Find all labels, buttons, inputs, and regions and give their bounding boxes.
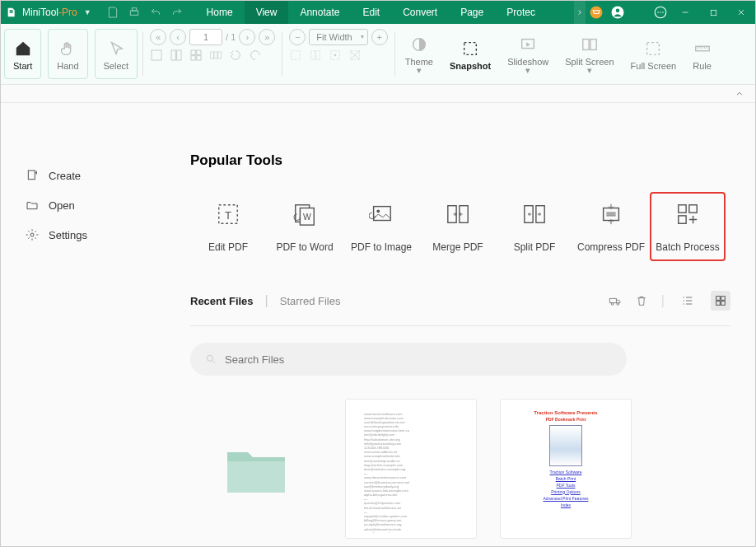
zoom-out-button[interactable]: − bbox=[289, 29, 306, 45]
fit-select[interactable]: Fit Width bbox=[309, 29, 367, 45]
ribbon-start[interactable]: Start bbox=[4, 29, 41, 79]
first-page-button[interactable]: « bbox=[150, 29, 166, 45]
app-logo: MiniTool-Pro ▼ bbox=[1, 6, 100, 19]
svg-point-7 bbox=[660, 12, 661, 13]
tool-split-pdf[interactable]: Split PDF bbox=[497, 202, 572, 253]
svg-rect-1 bbox=[132, 8, 136, 11]
split-pdf-icon bbox=[522, 202, 547, 227]
redo-icon[interactable] bbox=[170, 6, 184, 19]
ribbon-slideshow[interactable]: Slideshow ▾ bbox=[499, 24, 557, 84]
tool-merge-label: Merge PDF bbox=[432, 241, 483, 253]
file-thumb-folder[interactable] bbox=[190, 399, 322, 539]
svg-rect-48 bbox=[679, 216, 686, 223]
ribbon-hand[interactable]: Hand bbox=[48, 29, 87, 79]
menu-protect[interactable]: Protec bbox=[495, 1, 547, 24]
truck-icon[interactable] bbox=[609, 294, 622, 307]
tab-starred[interactable]: Starred Files bbox=[280, 295, 341, 307]
next-page-button[interactable]: › bbox=[239, 29, 255, 45]
svg-point-33 bbox=[30, 233, 34, 236]
sidebar-item-create[interactable]: Create bbox=[26, 161, 166, 190]
tool-batch-process[interactable]: Batch Process bbox=[650, 192, 726, 261]
zoom-in-button[interactable]: + bbox=[371, 29, 388, 45]
tool-compress-pdf[interactable]: Compress PDF bbox=[573, 202, 649, 253]
layout3-icon[interactable] bbox=[189, 49, 203, 62]
close-button[interactable] bbox=[727, 1, 755, 24]
tab-recent[interactable]: Recent Files bbox=[190, 295, 254, 307]
view3-icon[interactable] bbox=[329, 49, 342, 62]
ribbon-rule-label: Rule bbox=[693, 61, 712, 71]
cart-icon[interactable] bbox=[589, 5, 604, 20]
svg-rect-39 bbox=[374, 207, 391, 221]
view2-icon[interactable] bbox=[309, 49, 322, 62]
tool-pdf-to-word[interactable]: W PDF to Word bbox=[267, 202, 343, 253]
tool-edit-pdf[interactable]: T Edit PDF bbox=[190, 202, 266, 253]
trash-icon[interactable] bbox=[635, 294, 648, 307]
ribbon-splitscreen[interactable]: Split Screen ▾ bbox=[557, 24, 622, 84]
layout1-icon[interactable] bbox=[150, 49, 163, 62]
tool-split-label: Split PDF bbox=[514, 241, 556, 253]
chevron-up-icon[interactable] bbox=[734, 88, 745, 100]
rotate-ccw-icon[interactable] bbox=[229, 49, 242, 62]
svg-rect-46 bbox=[679, 205, 686, 213]
print-icon[interactable] bbox=[128, 6, 141, 19]
menu-home[interactable]: Home bbox=[195, 1, 245, 24]
sidebar-open-label: Open bbox=[49, 199, 75, 212]
menu-view[interactable]: View bbox=[245, 1, 289, 24]
ribbon-theme[interactable]: Theme ▾ bbox=[397, 24, 441, 84]
ribbon-select[interactable]: Select bbox=[95, 29, 138, 79]
maximize-button[interactable] bbox=[699, 1, 727, 24]
account-icon[interactable] bbox=[610, 5, 625, 20]
list-view-button[interactable] bbox=[678, 291, 698, 311]
tool-merge-pdf[interactable]: Merge PDF bbox=[420, 202, 496, 253]
grid-view-button[interactable] bbox=[711, 291, 730, 311]
svg-point-51 bbox=[617, 303, 619, 306]
svg-rect-54 bbox=[716, 302, 721, 306]
tool-edit-label: Edit PDF bbox=[208, 241, 248, 253]
svg-rect-55 bbox=[721, 302, 726, 306]
search-input[interactable] bbox=[225, 353, 612, 366]
split-icon bbox=[581, 35, 599, 54]
last-page-button[interactable]: » bbox=[259, 29, 275, 45]
titlebar: MiniTool-Pro ▼ Home View Annotate Edit C… bbox=[1, 1, 755, 24]
brand-dropdown-icon[interactable]: ▼ bbox=[81, 8, 95, 16]
menu-edit[interactable]: Edit bbox=[351, 1, 391, 24]
batch-icon bbox=[675, 202, 700, 227]
overflow-arrow-icon[interactable] bbox=[574, 1, 586, 24]
rotate-cw-icon[interactable] bbox=[249, 49, 262, 62]
ribbon: Start Hand Select « ‹ / 1 › » − F bbox=[1, 24, 755, 85]
view1-icon[interactable] bbox=[289, 49, 302, 62]
fullscreen-icon bbox=[644, 40, 662, 58]
file-thumb-1[interactable]: www.tractionsoftware.comwww.example-doma… bbox=[345, 399, 477, 539]
minimize-button[interactable] bbox=[671, 1, 699, 24]
file-thumb-2[interactable]: Traction Software Presents PDF Bookmark … bbox=[500, 399, 632, 539]
menu-convert[interactable]: Convert bbox=[391, 1, 449, 24]
layout2-icon[interactable] bbox=[170, 49, 183, 62]
page-input[interactable] bbox=[189, 29, 222, 45]
sidebar-settings-label: Settings bbox=[49, 229, 87, 241]
doc-preview-2: Traction Software Presents PDF Bookmark … bbox=[512, 405, 619, 533]
prev-page-button[interactable]: ‹ bbox=[170, 29, 186, 45]
layout4-icon[interactable] bbox=[209, 49, 222, 62]
search-box[interactable] bbox=[190, 343, 627, 376]
pdf-word-icon: W bbox=[292, 202, 317, 227]
menu-page[interactable]: Page bbox=[449, 1, 495, 24]
gear-icon bbox=[26, 228, 39, 241]
sidebar-item-open[interactable]: Open bbox=[26, 190, 166, 220]
doc-preview-1: www.tractionsoftware.comwww.example-doma… bbox=[357, 405, 464, 533]
tool-pdf-to-image[interactable]: PDF to Image bbox=[343, 202, 419, 253]
ribbon-start-label: Start bbox=[13, 61, 32, 71]
svg-rect-47 bbox=[689, 205, 697, 213]
ribbon-rule[interactable]: Rule bbox=[684, 24, 720, 84]
merge-icon bbox=[446, 202, 470, 227]
menu-annotate[interactable]: Annotate bbox=[288, 1, 351, 24]
sidebar-item-settings[interactable]: Settings bbox=[26, 220, 166, 250]
titlebar-right bbox=[574, 1, 755, 24]
view4-icon[interactable] bbox=[348, 49, 362, 62]
ribbon-fullscreen[interactable]: Full Screen bbox=[623, 24, 685, 84]
ribbon-nav-group: « ‹ / 1 › » bbox=[145, 24, 280, 84]
save-icon[interactable] bbox=[106, 6, 119, 19]
chat-icon[interactable] bbox=[653, 5, 668, 20]
undo-icon[interactable] bbox=[149, 6, 162, 19]
ribbon-snapshot[interactable]: Snapshot bbox=[441, 24, 499, 84]
svg-rect-10 bbox=[152, 50, 161, 60]
